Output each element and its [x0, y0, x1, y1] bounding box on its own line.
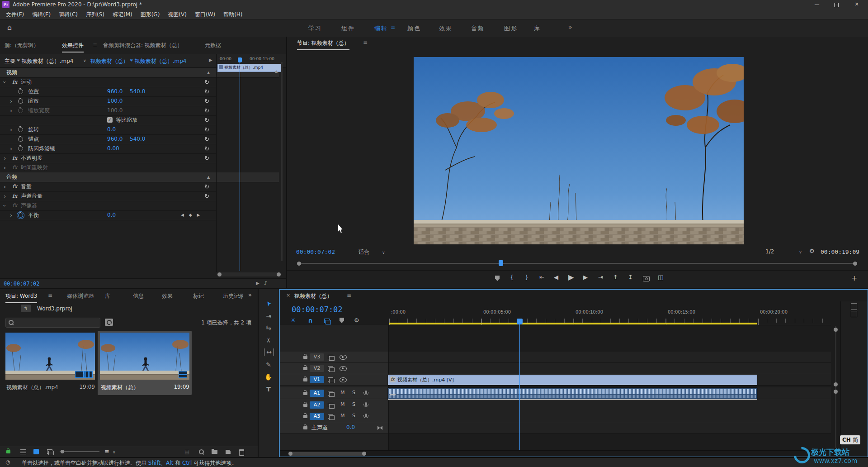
stopwatch-icon[interactable]: [18, 127, 23, 132]
ec-audio-loop-icon[interactable]: ♪: [264, 280, 267, 286]
ec-row-声像器[interactable]: ›fx声像器: [0, 201, 216, 211]
sync-lock-icon[interactable]: [328, 414, 333, 419]
project-item-name[interactable]: 视频素材（总）.mp4: [6, 384, 74, 391]
fx-icon[interactable]: fx: [12, 153, 17, 163]
workspace-menu-icon[interactable]: ≡: [391, 24, 395, 31]
tab-效果[interactable]: 效果: [162, 292, 173, 300]
solo-button[interactable]: S: [352, 413, 355, 419]
twirl-icon[interactable]: ›: [10, 210, 12, 220]
ec-row-运动[interactable]: ›fx运动↺: [0, 77, 216, 87]
mark-in-button[interactable]: {: [510, 274, 514, 281]
tab-标记[interactable]: 标记: [193, 292, 204, 300]
fx-icon[interactable]: fx: [12, 182, 17, 191]
go-to-in-button[interactable]: ⇤: [539, 274, 544, 281]
program-panel-menu-icon[interactable]: ≡: [363, 39, 368, 46]
play-button[interactable]: ▶: [568, 273, 574, 281]
voiceover-mic-icon[interactable]: [365, 391, 367, 394]
track-lock-icon[interactable]: [303, 426, 307, 429]
twirl-icon[interactable]: ›: [10, 106, 12, 115]
workspace-tab-图形[interactable]: 图形: [504, 24, 518, 33]
fx-icon[interactable]: fx: [12, 201, 17, 210]
track-target-A2[interactable]: A2: [310, 401, 324, 409]
search-in-bin-icon[interactable]: [105, 319, 113, 326]
solo-button[interactable]: S: [352, 401, 355, 407]
reset-icon[interactable]: ↺: [204, 134, 209, 144]
ec-row-缩放[interactable]: ›缩放100.0↺: [0, 96, 216, 106]
track-header-V2[interactable]: V2: [280, 363, 388, 374]
track-lane-A2[interactable]: [389, 399, 831, 411]
workspace-tab-音频[interactable]: 音频: [471, 24, 485, 33]
step-back-button[interactable]: ◀: [554, 274, 558, 281]
home-icon[interactable]: ⌂: [7, 23, 12, 32]
new-bin-icon[interactable]: [212, 450, 217, 454]
master-track-header[interactable]: 主声道0.0: [280, 422, 388, 434]
freeform-view-icon[interactable]: [47, 449, 52, 454]
timeline-settings-wrench-icon[interactable]: ⚙: [354, 317, 359, 324]
comparison-view-button[interactable]: ◫: [658, 274, 663, 281]
sync-lock-icon[interactable]: [328, 403, 333, 407]
keyframe-nav[interactable]: ◀ ◆ ▶: [181, 210, 202, 220]
program-timecode[interactable]: 00:00:07:02: [296, 248, 335, 255]
tab-元数据[interactable]: 元数据: [205, 42, 221, 49]
ec-row-平衡[interactable]: ›平衡0.0◀ ◆ ▶: [0, 210, 216, 220]
param-value[interactable]: 0.00: [107, 144, 119, 153]
ec-section-音频[interactable]: 音频▲: [0, 172, 279, 182]
vscroll-handle[interactable]: [834, 328, 838, 332]
mute-button[interactable]: M: [340, 390, 345, 396]
tab-源:（无剪辑）[interactable]: 源:（无剪辑）: [5, 42, 39, 49]
reset-icon[interactable]: ↺: [204, 191, 209, 201]
fx-icon[interactable]: fx: [12, 191, 17, 201]
program-playhead-handle[interactable]: [499, 260, 503, 266]
menu-标记(M)[interactable]: 标记(M): [113, 10, 132, 19]
vscroll-handle[interactable]: [834, 390, 838, 394]
ec-row-位置[interactable]: 位置960.0540.0↺: [0, 87, 216, 97]
stopwatch-icon[interactable]: [18, 137, 23, 142]
breadcrumb-label[interactable]: Word3.prproj: [37, 305, 72, 312]
reset-icon[interactable]: ↺: [204, 106, 209, 115]
ec-row-不透明度[interactable]: ›fx不透明度↺: [0, 153, 216, 163]
voiceover-mic-icon[interactable]: [365, 414, 367, 417]
ec-row-音量[interactable]: ›fx音量↺: [0, 182, 216, 192]
snap-toggle-icon[interactable]: ∩: [308, 317, 313, 324]
add-marker-button[interactable]: [495, 276, 500, 281]
twirl-icon[interactable]: ›: [0, 81, 9, 83]
add-button[interactable]: +: [851, 274, 857, 282]
stopwatch-icon[interactable]: [18, 108, 23, 113]
program-scrub-bar[interactable]: [298, 263, 857, 264]
workspace-tab-组件[interactable]: 组件: [341, 24, 355, 33]
sequence-clip-label[interactable]: 视频素材（总） * 视频素材（总）.mp4: [90, 57, 186, 65]
ec-row-等比缩放[interactable]: ✓等比缩放↺: [0, 115, 216, 125]
insert-overwrite-nest-toggle-icon[interactable]: ✳: [291, 317, 296, 324]
sort-icon[interactable]: ≡: [104, 448, 109, 455]
stopwatch-icon[interactable]: [18, 146, 23, 151]
timeline-vscrollbar[interactable]: [835, 326, 836, 448]
track-output-eye-icon[interactable]: [340, 377, 347, 382]
scrub-right-handle[interactable]: [853, 262, 857, 266]
twirl-icon[interactable]: ›: [0, 205, 9, 207]
project-item-name[interactable]: 视频素材（总）: [101, 384, 169, 391]
find-icon[interactable]: [199, 449, 204, 454]
slip-tool[interactable]: ↔: [264, 348, 274, 356]
track-target-A3[interactable]: A3: [310, 413, 324, 420]
mute-button[interactable]: M: [340, 413, 345, 419]
workspace-tab-编辑[interactable]: 编辑: [374, 24, 388, 33]
twirl-icon[interactable]: ›: [10, 96, 12, 106]
vscroll-handle[interactable]: [834, 382, 838, 386]
stopwatch-icon[interactable]: [18, 213, 23, 218]
ec-vertical-scrollbar[interactable]: [281, 62, 283, 261]
param-value[interactable]: 100.0: [107, 96, 123, 106]
reset-icon[interactable]: ↺: [204, 153, 209, 163]
step-forward-button[interactable]: ▶: [583, 274, 588, 281]
search-input[interactable]: [5, 318, 100, 328]
sync-lock-icon[interactable]: [328, 355, 333, 359]
track-target-A1[interactable]: A1: [310, 390, 324, 397]
fx-icon[interactable]: fx: [12, 77, 17, 87]
ec-row-缩放宽度[interactable]: ›缩放宽度100.0↺: [0, 106, 216, 116]
extract-button[interactable]: ↧: [628, 274, 633, 281]
workspace-tab-颜色[interactable]: 颜色: [407, 24, 421, 33]
video-clip[interactable]: fx 视频素材（总）.mp4 [V]: [388, 375, 757, 385]
reset-icon[interactable]: ↺: [204, 87, 209, 96]
reset-icon[interactable]: ↺: [204, 144, 209, 153]
track-header-A3[interactable]: A3MS: [280, 410, 388, 422]
export-frame-button[interactable]: [643, 276, 650, 281]
